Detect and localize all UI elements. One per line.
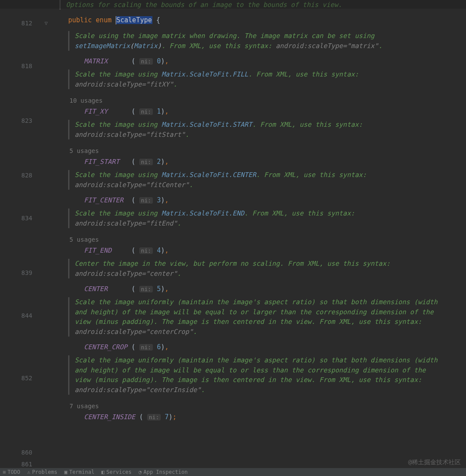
code-editor[interactable]: 812 818 823 828 834 839 844 852 860 861 …	[0, 0, 466, 468]
terminal-icon: ▣	[64, 469, 67, 475]
line-number: 828	[0, 170, 43, 181]
usage-hint[interactable]: 10 usages	[69, 94, 466, 106]
warning-icon: ⚠	[27, 469, 30, 475]
doc-comment-fitxy: Scale the image using Matrix.ScaleToFit.…	[68, 69, 466, 89]
enum-constant-fitcenter[interactable]: FIT_CENTER ( ni: 3),	[52, 195, 466, 206]
toolbar-item[interactable]: ◧Services	[101, 469, 131, 475]
line-number: 852	[0, 372, 43, 384]
enum-constant-fitstart[interactable]: FIT_START ( ni: 2),	[52, 156, 466, 168]
line-number: 860	[0, 447, 43, 459]
line-number: 861	[0, 459, 43, 470]
bottom-toolbar[interactable]: ≡TODO ⚠Problems ▣Terminal ◧Services ◔App…	[0, 468, 466, 476]
enum-declaration[interactable]: public enum ScaleType {	[52, 14, 466, 26]
doc-comment-fitend: Scale the image using Matrix.ScaleToFit.…	[68, 208, 466, 228]
enum-constant-centercrop[interactable]: CENTER_CROP ( ni: 6),	[52, 341, 466, 353]
doc-comment-centerinside: Scale the image uniformly (maintain the …	[68, 355, 466, 395]
toolbar-item[interactable]: ⚠Problems	[27, 469, 57, 475]
enum-constant-center[interactable]: CENTER ( ni: 5),	[52, 283, 466, 295]
line-number: 812	[0, 17, 43, 29]
line-number: 839	[0, 267, 43, 279]
doc-comment: Options for scaling the bounds of an ima…	[59, 0, 466, 10]
enum-constant-fitend[interactable]: FIT_END ( ni: 4),	[52, 245, 466, 257]
enum-constant-matrix[interactable]: MATRIX ( ni: 0),	[52, 56, 466, 67]
doc-comment-centercrop: Scale the image uniformly (maintain the …	[68, 297, 466, 337]
fold-toggle-icon[interactable]: ▽	[45, 21, 48, 26]
line-number: 823	[0, 115, 43, 127]
doc-comment-matrix: Scale using the image matrix when drawin…	[68, 31, 466, 51]
enum-constant-centerinside[interactable]: CENTER_INSIDE ( ni: 7);	[52, 411, 466, 423]
enum-name[interactable]: ScaleType	[116, 16, 152, 24]
doc-comment-fitstart: Scale the image using Matrix.ScaleToFit.…	[68, 120, 466, 139]
services-icon: ◧	[101, 469, 104, 475]
enum-constant-fitxy[interactable]: FIT_XY ( ni: 1),	[52, 106, 466, 118]
toolbar-item[interactable]: ≡TODO	[3, 469, 20, 475]
watermark: @稀土掘金技术社区	[408, 459, 461, 466]
toolbar-item[interactable]: ▣Terminal	[64, 469, 94, 475]
line-number: 834	[0, 212, 43, 224]
toolbar-item[interactable]: ◔App Inspection	[138, 469, 187, 475]
doc-comment-center: Center the image in the view, but perfor…	[68, 259, 466, 278]
list-icon: ≡	[3, 469, 6, 475]
line-number: 844	[0, 310, 43, 322]
line-number: 818	[0, 60, 43, 72]
usage-hint[interactable]: 5 usages	[69, 144, 466, 156]
usage-hint[interactable]: 7 usages	[69, 400, 466, 411]
fold-gutter[interactable]: ▽	[44, 0, 52, 468]
code-area[interactable]: Options for scaling the bounds of an ima…	[52, 0, 466, 468]
usage-hint[interactable]: 5 usages	[69, 233, 466, 245]
blank-line[interactable]	[52, 423, 466, 435]
line-number-gutter: 812 818 823 828 834 839 844 852 860 861	[0, 0, 44, 468]
doc-comment-fitcenter: Scale the image using Matrix.ScaleToFit.…	[68, 170, 466, 190]
inspect-icon: ◔	[138, 469, 142, 475]
